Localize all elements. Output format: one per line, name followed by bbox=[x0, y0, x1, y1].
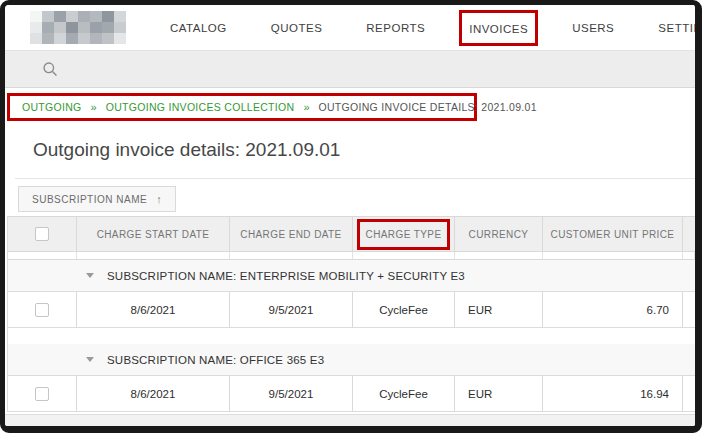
currency-cell: EUR bbox=[455, 376, 543, 411]
app-window: CATALOG QUOTES REPORTS INVOICES USERS SE… bbox=[0, 0, 702, 433]
row-filler-cell bbox=[683, 292, 695, 327]
row-checkbox[interactable] bbox=[35, 303, 49, 317]
breadcrumb-separator-icon: » bbox=[303, 101, 309, 113]
group-label: SUBSCRIPTION NAME: ENTERPRISE MOBILITY +… bbox=[107, 270, 465, 282]
header-filler-cell bbox=[683, 217, 695, 251]
nav-item-catalog[interactable]: CATALOG bbox=[170, 22, 227, 34]
nav-item-reports[interactable]: REPORTS bbox=[366, 22, 425, 34]
breadcrumb-separator-icon: » bbox=[91, 101, 97, 113]
blurred-logo bbox=[30, 11, 126, 45]
charge-type-cell: CycleFee bbox=[353, 376, 455, 411]
column-header-charge-end-date[interactable]: CHARGE END DATE bbox=[230, 217, 353, 251]
grouping-bar: SUBSCRIPTION NAME ↑ bbox=[5, 179, 695, 216]
column-header-currency[interactable]: CURRENCY bbox=[455, 217, 543, 251]
group-label: SUBSCRIPTION NAME: OFFICE 365 E3 bbox=[107, 354, 324, 366]
table-row: 8/6/2021 9/5/2021 CycleFee EUR 6.70 bbox=[8, 292, 695, 328]
group-spacer bbox=[8, 328, 695, 344]
charge-type-label: CHARGE TYPE bbox=[366, 229, 442, 240]
row-filler-cell bbox=[683, 376, 695, 411]
search-bar[interactable] bbox=[5, 50, 695, 88]
invoice-details-table: CHARGE START DATE CHARGE END DATE CHARGE… bbox=[7, 216, 695, 412]
top-nav: CATALOG QUOTES REPORTS INVOICES USERS SE… bbox=[5, 5, 695, 50]
charge-start-date-cell: 8/6/2021 bbox=[77, 292, 230, 327]
breadcrumb-outgoing[interactable]: OUTGOING bbox=[22, 101, 82, 113]
page-title: Outgoing invoice details: 2021.09.01 bbox=[33, 139, 695, 161]
search-icon bbox=[42, 61, 59, 78]
column-header-charge-type[interactable]: CHARGE TYPE bbox=[353, 217, 455, 251]
partial-next-row bbox=[5, 414, 695, 426]
chevron-down-icon bbox=[86, 273, 94, 278]
column-header-customer-unit-price[interactable]: CUSTOMER UNIT PRICE bbox=[543, 217, 683, 251]
charge-end-date-cell: 9/5/2021 bbox=[230, 376, 353, 411]
charge-end-date-cell: 9/5/2021 bbox=[230, 292, 353, 327]
column-header-charge-start-date[interactable]: CHARGE START DATE bbox=[77, 217, 230, 251]
invoices-highlight-annotation: INVOICES bbox=[459, 10, 538, 46]
group-row-office-365[interactable]: SUBSCRIPTION NAME: OFFICE 365 E3 bbox=[8, 344, 695, 376]
nav-item-settings[interactable]: SETTINGS bbox=[658, 22, 702, 34]
sort-ascending-icon: ↑ bbox=[156, 193, 162, 205]
group-row-enterprise-mobility[interactable]: SUBSCRIPTION NAME: ENTERPRISE MOBILITY +… bbox=[8, 260, 695, 292]
breadcrumb-highlight-annotation: OUTGOING » OUTGOING INVOICES COLLECTION … bbox=[7, 93, 477, 121]
customer-unit-price-cell: 6.70 bbox=[543, 292, 683, 327]
header-spacer-row bbox=[8, 252, 695, 260]
chevron-down-icon bbox=[86, 357, 94, 362]
select-all-cell bbox=[8, 217, 77, 251]
row-select-cell bbox=[8, 292, 77, 327]
row-select-cell bbox=[8, 376, 77, 411]
charge-type-highlight-annotation: CHARGE TYPE bbox=[357, 219, 451, 250]
breadcrumb-current-page: OUTGOING INVOICE DETAILS: 2021.09.01 bbox=[319, 101, 537, 113]
table-row: 8/6/2021 9/5/2021 CycleFee EUR 16.94 bbox=[8, 376, 695, 412]
nav-item-invoices[interactable]: INVOICES bbox=[469, 23, 528, 35]
customer-unit-price-cell: 16.94 bbox=[543, 376, 683, 411]
row-checkbox[interactable] bbox=[35, 387, 49, 401]
group-by-subscription-chip[interactable]: SUBSCRIPTION NAME ↑ bbox=[18, 186, 176, 212]
breadcrumb-row: OUTGOING » OUTGOING INVOICES COLLECTION … bbox=[5, 88, 695, 122]
nav-item-users[interactable]: USERS bbox=[572, 22, 614, 34]
table-header-row: CHARGE START DATE CHARGE END DATE CHARGE… bbox=[8, 216, 695, 252]
main-menu: CATALOG QUOTES REPORTS INVOICES USERS SE… bbox=[170, 19, 702, 37]
currency-cell: EUR bbox=[455, 292, 543, 327]
select-all-checkbox[interactable] bbox=[35, 227, 49, 241]
nav-item-quotes[interactable]: QUOTES bbox=[271, 22, 323, 34]
breadcrumb-outgoing-invoices-collection[interactable]: OUTGOING INVOICES COLLECTION bbox=[106, 101, 295, 113]
charge-type-cell: CycleFee bbox=[353, 292, 455, 327]
charge-start-date-cell: 8/6/2021 bbox=[77, 376, 230, 411]
group-chip-label: SUBSCRIPTION NAME bbox=[32, 194, 147, 205]
